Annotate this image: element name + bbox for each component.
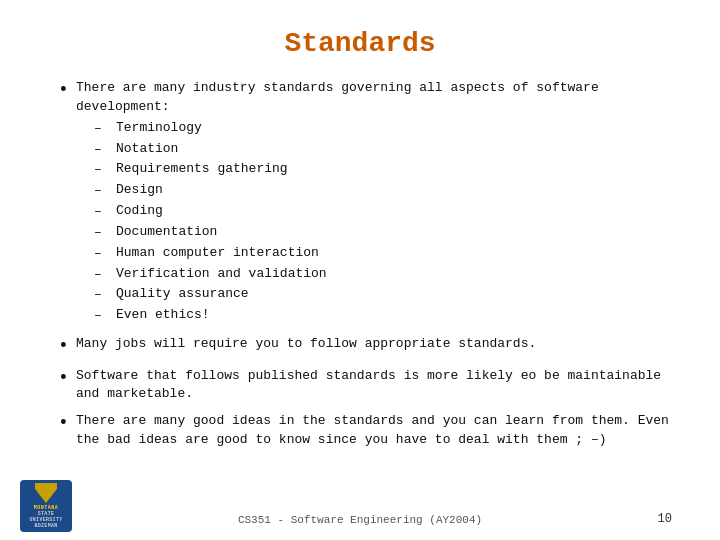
- sub-dash: –: [94, 160, 116, 180]
- sub-item-ethics: – Even ethics!: [94, 306, 672, 326]
- sub-item-requirements: – Requirements gathering: [94, 160, 672, 180]
- sub-item-terminology: – Terminology: [94, 119, 672, 139]
- slide-footer: CS351 - Software Engineering (AY2004) 10: [0, 514, 720, 526]
- sub-item-design: – Design: [94, 181, 672, 201]
- sub-item-notation: – Notation: [94, 140, 672, 160]
- bullet-item-2: • Many jobs will require you to follow a…: [58, 335, 672, 358]
- bullet-dot-2: •: [58, 335, 76, 358]
- sub-dash: –: [94, 181, 116, 201]
- slide-content: • There are many industry standards gove…: [48, 79, 672, 450]
- bullet-dot-3: •: [58, 367, 76, 390]
- sub-dash: –: [94, 140, 116, 160]
- sub-dash: –: [94, 119, 116, 139]
- sub-item-quality: – Quality assurance: [94, 285, 672, 305]
- bullet-item-4: • There are many good ideas in the stand…: [58, 412, 672, 450]
- sub-dash: –: [94, 223, 116, 243]
- logo-shield-icon: [35, 483, 57, 503]
- slide-title: Standards: [48, 28, 672, 59]
- bullet-text-3: Software that follows published standard…: [76, 367, 672, 405]
- slide: Standards • There are many industry stan…: [0, 0, 720, 540]
- sub-item-hci: – Human computer interaction: [94, 244, 672, 264]
- sub-item-verification: – Verification and validation: [94, 265, 672, 285]
- sub-item-coding: – Coding: [94, 202, 672, 222]
- footer-page-number: 10: [658, 512, 672, 526]
- footer-text: CS351 - Software Engineering (AY2004): [0, 514, 720, 526]
- sub-list-1: – Terminology – Notation – Requirements …: [94, 119, 672, 326]
- bullet-dot-4: •: [58, 412, 76, 435]
- bullet-item-1: • There are many industry standards gove…: [58, 79, 672, 327]
- bullet-text-1: There are many industry standards govern…: [76, 79, 672, 327]
- sub-dash: –: [94, 244, 116, 264]
- sub-dash: –: [94, 285, 116, 305]
- bullet-item-3: • Software that follows published standa…: [58, 367, 672, 405]
- sub-dash: –: [94, 265, 116, 285]
- bullet-dot-1: •: [58, 79, 76, 102]
- bullet-text-4: There are many good ideas in the standar…: [76, 412, 672, 450]
- sub-item-documentation: – Documentation: [94, 223, 672, 243]
- sub-dash: –: [94, 202, 116, 222]
- bullet-text-2: Many jobs will require you to follow app…: [76, 335, 672, 354]
- sub-dash: –: [94, 306, 116, 326]
